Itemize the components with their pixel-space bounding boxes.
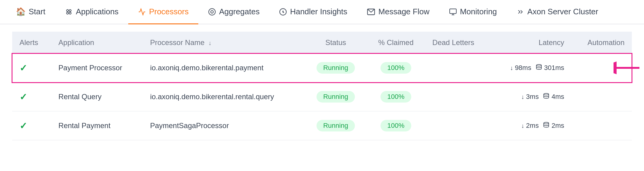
tab-handler-insights[interactable]: Handler Insights <box>269 0 357 24</box>
tab-handler-insights-label: Handler Insights <box>290 7 347 16</box>
row-2-latency: ↓ 3ms 4ms <box>491 82 571 111</box>
latency-db-text: 301ms <box>544 64 564 72</box>
col-status: Status <box>305 32 366 54</box>
tab-aggregates-label: Aggregates <box>219 7 260 16</box>
latency-db-value: 4ms <box>543 93 564 101</box>
tab-applications-label: Applications <box>76 7 119 16</box>
svg-point-4 <box>209 9 215 15</box>
tab-applications[interactable]: Applications <box>55 0 128 24</box>
sort-icon: ↓ <box>208 40 211 46</box>
tab-message-flow-label: Message Flow <box>378 7 430 16</box>
col-automation: Automation <box>571 32 632 54</box>
tab-processors-label: Processors <box>149 7 189 16</box>
col-latency: Latency <box>491 32 571 54</box>
applications-icon <box>65 8 73 16</box>
latency-down-value: ↓ 2ms <box>521 122 539 130</box>
latency-down-text: 98ms <box>515 64 531 72</box>
check-icon: ✓ <box>19 121 27 131</box>
pct-claimed-badge: 100% <box>380 62 411 74</box>
home-icon: 🏠 <box>16 7 26 16</box>
row-1-status: Running <box>305 54 366 82</box>
row-3-application: Rental Payment <box>51 111 143 140</box>
row-3-automation <box>571 111 632 140</box>
latency-down-value: ↓ 3ms <box>521 93 539 101</box>
row-2-automation <box>571 82 632 111</box>
check-icon: ✓ <box>19 92 27 102</box>
col-processor-name-label: Processor Name <box>150 38 205 47</box>
table-row: ✓ Rental Payment PaymentSagaProcessor Ru… <box>12 111 632 140</box>
arrow-down-icon: ↓ <box>521 122 524 129</box>
row-1-application: Payment Processor <box>51 54 143 82</box>
tab-processors[interactable]: Processors <box>128 0 198 24</box>
monitoring-icon <box>449 8 457 16</box>
svg-point-0 <box>66 9 69 12</box>
latency-down-text: 2ms <box>526 122 539 130</box>
svg-point-15 <box>544 93 549 95</box>
col-processor-name[interactable]: Processor Name ↓ <box>143 32 305 54</box>
row-2-dead-letters <box>425 82 491 111</box>
latency-db-text: 2ms <box>551 122 564 130</box>
processors-table: Alerts Application Processor Name ↓ Stat… <box>12 32 632 140</box>
aggregates-icon <box>208 8 216 16</box>
row-3-pct-claimed: 100% <box>367 111 425 140</box>
row-3-status: Running <box>305 111 366 140</box>
tab-axon-server-cluster[interactable]: Axon Server Cluster <box>507 0 608 24</box>
tab-message-flow[interactable]: Message Flow <box>357 0 439 24</box>
row-1-alert: ✓ <box>12 54 51 82</box>
svg-point-5 <box>211 10 214 13</box>
latency-down-text: 3ms <box>526 93 539 101</box>
tab-axon-server-cluster-label: Axon Server Cluster <box>527 7 598 16</box>
row-2-pct-claimed: 100% <box>367 82 425 111</box>
svg-point-2 <box>66 12 69 14</box>
row-2-status: Running <box>305 82 366 111</box>
row-3-processor-name: PaymentSagaProcessor <box>143 111 305 140</box>
table-row: ✓ Payment Processor io.axoniq.demo.biker… <box>12 54 632 82</box>
tab-monitoring[interactable]: Monitoring <box>439 0 507 24</box>
db-icon <box>536 64 542 72</box>
row-3-alert: ✓ <box>12 111 51 140</box>
row-1-pct-claimed: 100% <box>367 54 425 82</box>
row-3-latency: ↓ 2ms 2ms <box>491 111 571 140</box>
tab-bar: 🏠 Start Applications Processors <box>0 0 644 24</box>
status-badge: Running <box>317 120 355 131</box>
arrow-down-icon: ↓ <box>521 93 524 100</box>
db-icon <box>543 93 550 101</box>
latency-down-value: ↓ 98ms <box>510 64 531 72</box>
axon-server-cluster-icon <box>516 8 524 16</box>
table-header: Alerts Application Processor Name ↓ Stat… <box>12 32 632 54</box>
status-badge: Running <box>317 62 355 74</box>
latency-db-value: 2ms <box>543 122 564 130</box>
col-alerts: Alerts <box>12 32 51 54</box>
tab-monitoring-label: Monitoring <box>460 7 497 16</box>
svg-point-12 <box>536 64 542 66</box>
col-dead-letters: Dead Letters <box>425 32 491 54</box>
processors-icon <box>138 8 146 16</box>
status-badge: Running <box>317 91 355 103</box>
svg-rect-9 <box>450 9 456 13</box>
table-container: Alerts Application Processor Name ↓ Stat… <box>0 24 644 148</box>
header-row: Alerts Application Processor Name ↓ Stat… <box>12 32 632 54</box>
svg-point-3 <box>69 12 71 14</box>
row-1-latency: ↓ 98ms 301ms <box>491 54 571 82</box>
pink-arrow-annotation <box>614 60 641 75</box>
row-3-dead-letters <box>425 111 491 140</box>
col-application: Application <box>51 32 143 54</box>
latency-db-text: 4ms <box>551 93 564 101</box>
col-pct-claimed: % Claimed <box>367 32 425 54</box>
svg-point-1 <box>69 9 71 12</box>
message-flow-icon <box>367 8 375 16</box>
table-row: ✓ Rental Query io.axoniq.demo.bikerental… <box>12 82 632 111</box>
row-1-processor-name: io.axoniq.demo.bikerental.payment <box>143 54 305 82</box>
pct-claimed-badge: 100% <box>380 120 411 131</box>
svg-point-16 <box>544 122 549 124</box>
row-2-processor-name: io.axoniq.demo.bikerental.rental.query <box>143 82 305 111</box>
row-2-application: Rental Query <box>51 82 143 111</box>
db-icon <box>543 122 550 130</box>
tab-aggregates[interactable]: Aggregates <box>198 0 269 24</box>
check-icon: ✓ <box>19 63 27 73</box>
svg-point-7 <box>283 11 283 12</box>
arrow-down-icon: ↓ <box>510 65 513 72</box>
tab-start[interactable]: 🏠 Start <box>6 0 55 24</box>
pct-claimed-badge: 100% <box>380 91 411 103</box>
row-1-dead-letters <box>425 54 491 82</box>
